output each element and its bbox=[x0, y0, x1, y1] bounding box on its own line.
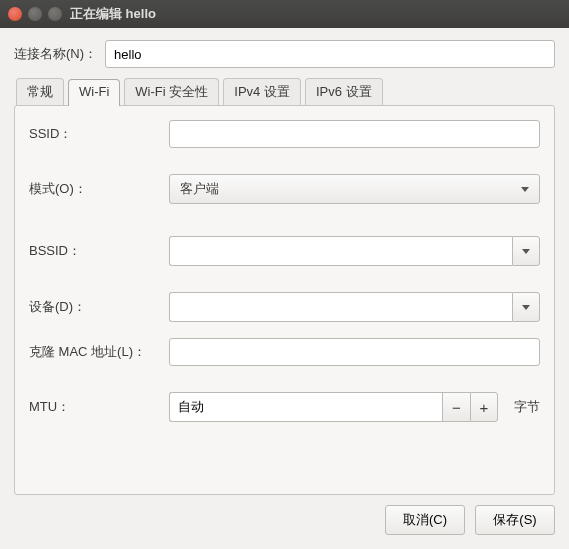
device-row: 设备(D)： bbox=[29, 292, 540, 322]
tab-general[interactable]: 常规 bbox=[16, 78, 64, 105]
mtu-increment-button[interactable]: + bbox=[470, 392, 498, 422]
ssid-label: SSID： bbox=[29, 125, 169, 143]
content-area: 连接名称(N)： 常规 Wi-Fi Wi-Fi 安全性 IPv4 设置 IPv6… bbox=[0, 28, 569, 495]
dialog-button-bar: 取消(C) 保存(S) bbox=[0, 495, 569, 547]
tab-bar: 常规 Wi-Fi Wi-Fi 安全性 IPv4 设置 IPv6 设置 bbox=[14, 78, 555, 105]
cancel-button[interactable]: 取消(C) bbox=[385, 505, 465, 535]
connection-name-label: 连接名称(N)： bbox=[14, 45, 97, 63]
clone-mac-row: 克隆 MAC 地址(L)： bbox=[29, 338, 540, 366]
mtu-decrement-button[interactable]: − bbox=[442, 392, 470, 422]
mtu-row: MTU： − + 字节 bbox=[29, 392, 540, 422]
ssid-row: SSID： bbox=[29, 120, 540, 148]
bssid-row: BSSID： bbox=[29, 236, 540, 266]
ssid-input[interactable] bbox=[169, 120, 540, 148]
device-combo[interactable] bbox=[169, 292, 540, 322]
clone-mac-input[interactable] bbox=[169, 338, 540, 366]
tab-ipv6[interactable]: IPv6 设置 bbox=[305, 78, 383, 105]
titlebar: 正在编辑 hello bbox=[0, 0, 569, 28]
window-title: 正在编辑 hello bbox=[70, 5, 156, 23]
tab-wifi[interactable]: Wi-Fi bbox=[68, 79, 120, 106]
bssid-input[interactable] bbox=[169, 236, 512, 266]
close-icon[interactable] bbox=[8, 7, 22, 21]
mode-row: 模式(O)： 客户端 bbox=[29, 174, 540, 204]
bssid-label: BSSID： bbox=[29, 242, 169, 260]
mode-combo[interactable]: 客户端 bbox=[169, 174, 540, 204]
chevron-down-icon bbox=[522, 249, 530, 254]
device-input[interactable] bbox=[169, 292, 512, 322]
mode-label: 模式(O)： bbox=[29, 180, 169, 198]
chevron-down-icon bbox=[521, 187, 529, 192]
chevron-down-icon bbox=[522, 305, 530, 310]
settings-notebook: 常规 Wi-Fi Wi-Fi 安全性 IPv4 设置 IPv6 设置 SSID：… bbox=[14, 78, 555, 495]
mtu-label: MTU： bbox=[29, 398, 169, 416]
clone-mac-label: 克隆 MAC 地址(L)： bbox=[29, 343, 169, 361]
bssid-drop-button[interactable] bbox=[512, 236, 540, 266]
window-controls bbox=[8, 7, 62, 21]
save-button[interactable]: 保存(S) bbox=[475, 505, 555, 535]
tab-ipv4[interactable]: IPv4 设置 bbox=[223, 78, 301, 105]
mtu-unit: 字节 bbox=[514, 398, 540, 416]
tab-wifi-security[interactable]: Wi-Fi 安全性 bbox=[124, 78, 219, 105]
bssid-combo[interactable] bbox=[169, 236, 540, 266]
mode-value: 客户端 bbox=[180, 180, 219, 198]
minimize-icon[interactable] bbox=[28, 7, 42, 21]
device-drop-button[interactable] bbox=[512, 292, 540, 322]
mtu-input[interactable] bbox=[169, 392, 442, 422]
connection-name-input[interactable] bbox=[105, 40, 555, 68]
wifi-panel: SSID： 模式(O)： 客户端 BSSID： bbox=[14, 105, 555, 495]
connection-name-row: 连接名称(N)： bbox=[14, 40, 555, 68]
mtu-spinner: − + bbox=[169, 392, 498, 422]
maximize-icon[interactable] bbox=[48, 7, 62, 21]
device-label: 设备(D)： bbox=[29, 298, 169, 316]
